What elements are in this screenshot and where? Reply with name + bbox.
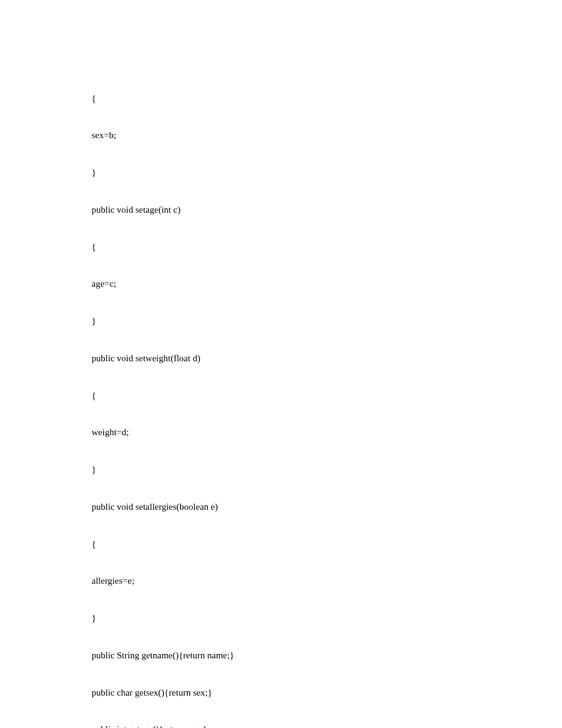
code-line: allergies=e; [92, 575, 470, 587]
code-line: public int getage(){return age;} [92, 723, 470, 728]
code-line: { [92, 92, 470, 105]
code-line: public void setweight(float d) [92, 352, 470, 364]
code-line: { [92, 389, 470, 402]
code-line: public String getname(){return name;} [92, 649, 470, 661]
code-line: age=c; [92, 278, 470, 290]
code-line: } [92, 612, 470, 624]
code-line: } [92, 166, 470, 178]
code-line: public void setallergies(boolean e) [92, 501, 470, 513]
code-document: { sex=b; } public void setage(int c) { a… [0, 0, 562, 728]
code-line: sex=b; [92, 129, 470, 141]
code-line: public char getsex(){return sex;} [92, 686, 470, 699]
code-line: public void setage(int c) [92, 204, 470, 216]
code-line: } [92, 315, 470, 327]
code-line: { [92, 241, 470, 253]
code-line: } [92, 463, 470, 476]
code-line: { [92, 538, 470, 550]
code-line: weight=d; [92, 426, 470, 438]
